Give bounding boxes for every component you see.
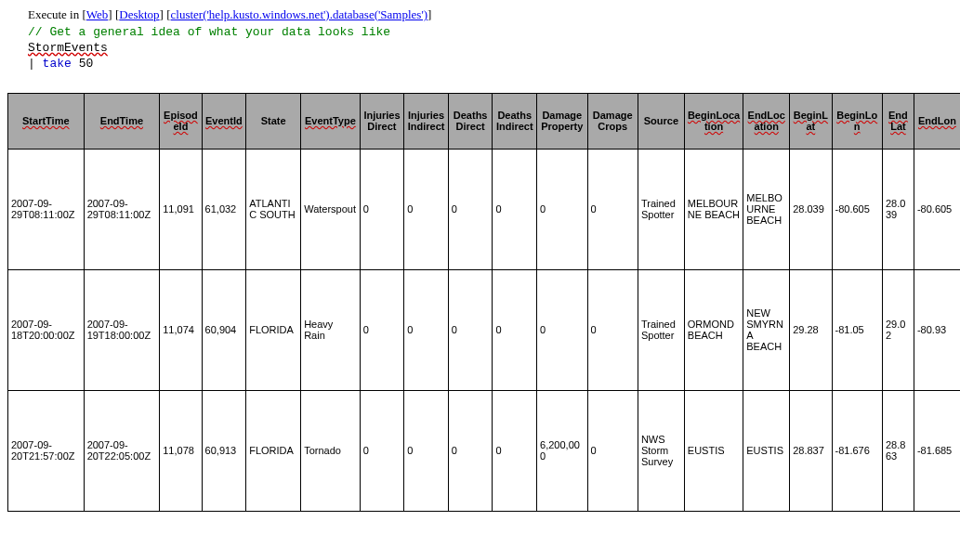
col-endtime[interactable]: EndTime	[84, 93, 160, 149]
cell-endlon[interactable]: -80.605	[914, 149, 960, 269]
cell-injuriesindirect[interactable]: 0	[404, 269, 449, 390]
col-source[interactable]: Source	[638, 93, 684, 149]
cell-damageproperty[interactable]: 0	[537, 149, 587, 269]
cell-endlocation[interactable]: MELBOURNE BEACH	[743, 149, 790, 269]
cell-beginlat[interactable]: 28.039	[790, 149, 832, 269]
results-table: StartTime EndTime EpisodeId EventId Stat…	[7, 93, 960, 512]
cell-deathsdirect[interactable]: 0	[448, 390, 493, 511]
cell-source[interactable]: NWS Storm Survey	[638, 390, 684, 511]
code-number: 50	[72, 57, 93, 71]
cell-deathsdirect[interactable]: 0	[448, 269, 493, 390]
results-table-wrapper: StartTime EndTime EpisodeId EventId Stat…	[7, 93, 960, 512]
cell-endlat[interactable]: 29.02	[882, 269, 914, 390]
cell-injuriesindirect[interactable]: 0	[404, 390, 449, 511]
col-beginlocation[interactable]: BeginLocation	[684, 93, 743, 149]
cell-eventid[interactable]: 60,913	[202, 390, 246, 511]
code-table-name: StormEvents	[28, 41, 108, 55]
code-comment: // Get a general idea of what your data …	[28, 25, 390, 39]
table-row[interactable]: 2007-09-20T21:57:00Z2007-09-20T22:05:00Z…	[8, 390, 961, 511]
execute-line: Execute in [Web] [Desktop] [cluster('hel…	[28, 7, 960, 22]
cell-source[interactable]: Trained Spotter	[638, 149, 684, 269]
code-editor[interactable]: // Get a general idea of what your data …	[28, 25, 960, 72]
execute-desktop-link[interactable]: Desktop	[119, 7, 159, 21]
cell-endlat[interactable]: 28.863	[882, 390, 914, 511]
cell-eventtype[interactable]: Waterspout	[301, 149, 360, 269]
cell-endlocation[interactable]: EUSTIS	[743, 390, 790, 511]
code-keyword-take: take	[43, 57, 72, 71]
cell-deathsindirect[interactable]: 0	[493, 149, 537, 269]
cell-endlat[interactable]: 28.039	[882, 149, 914, 269]
cell-starttime[interactable]: 2007-09-18T20:00:00Z	[8, 269, 85, 390]
cell-endlon[interactable]: -81.685	[914, 390, 960, 511]
cell-source[interactable]: Trained Spotter	[638, 269, 684, 390]
col-beginlon[interactable]: BeginLon	[832, 93, 882, 149]
table-row[interactable]: 2007-09-18T20:00:00Z2007-09-19T18:00:00Z…	[8, 269, 961, 390]
cell-beginlon[interactable]: -81.676	[832, 390, 882, 511]
col-beginlat[interactable]: BeginLat	[790, 93, 832, 149]
cell-beginlocation[interactable]: EUSTIS	[684, 390, 743, 511]
cell-deathsindirect[interactable]: 0	[493, 390, 537, 511]
col-eventid[interactable]: EventId	[202, 93, 246, 149]
col-starttime[interactable]: StartTime	[8, 93, 85, 149]
col-damage-crops[interactable]: Damage Crops	[587, 93, 638, 149]
col-endlat[interactable]: EndLat	[882, 93, 914, 149]
cell-injuriesdirect[interactable]: 0	[360, 269, 404, 390]
table-row[interactable]: 2007-09-29T08:11:00Z2007-09-29T08:11:00Z…	[8, 149, 961, 269]
cell-episodeid[interactable]: 11,091	[160, 149, 202, 269]
cell-eventid[interactable]: 60,904	[202, 269, 246, 390]
col-eventtype[interactable]: EventType	[301, 93, 360, 149]
table-header-row: StartTime EndTime EpisodeId EventId Stat…	[8, 93, 961, 149]
cell-endlon[interactable]: -80.93	[914, 269, 960, 390]
cell-damageproperty[interactable]: 6,200,000	[537, 390, 587, 511]
cell-starttime[interactable]: 2007-09-20T21:57:00Z	[8, 390, 85, 511]
cell-episodeid[interactable]: 11,074	[160, 269, 202, 390]
cell-state[interactable]: FLORIDA	[246, 269, 301, 390]
cell-deathsindirect[interactable]: 0	[493, 269, 537, 390]
cell-beginlat[interactable]: 29.28	[790, 269, 832, 390]
cell-episodeid[interactable]: 11,078	[160, 390, 202, 511]
cell-injuriesdirect[interactable]: 0	[360, 390, 404, 511]
cell-beginlocation[interactable]: ORMOND BEACH	[684, 269, 743, 390]
cell-injuriesindirect[interactable]: 0	[404, 149, 449, 269]
col-state[interactable]: State	[246, 93, 301, 149]
cell-damagecrops[interactable]: 0	[587, 390, 638, 511]
cell-starttime[interactable]: 2007-09-29T08:11:00Z	[8, 149, 85, 269]
col-episodeid[interactable]: EpisodeId	[160, 93, 202, 149]
cell-eventtype[interactable]: Tornado	[301, 390, 360, 511]
cell-damagecrops[interactable]: 0	[587, 149, 638, 269]
execute-cluster-link[interactable]: cluster('help.kusto.windows.net').databa…	[171, 7, 428, 21]
cell-beginlon[interactable]: -80.605	[832, 149, 882, 269]
col-injuries-indirect[interactable]: Injuries Indirect	[404, 93, 449, 149]
cell-eventtype[interactable]: Heavy Rain	[301, 269, 360, 390]
col-deaths-direct[interactable]: Deaths Direct	[448, 93, 493, 149]
cell-eventid[interactable]: 61,032	[202, 149, 246, 269]
col-endlon[interactable]: EndLon	[914, 93, 960, 149]
cell-state[interactable]: ATLANTIC SOUTH	[246, 149, 301, 269]
code-pipe: |	[28, 57, 43, 71]
cell-deathsdirect[interactable]: 0	[448, 149, 493, 269]
cell-damageproperty[interactable]: 0	[537, 269, 587, 390]
cell-injuriesdirect[interactable]: 0	[360, 149, 404, 269]
col-damage-property[interactable]: Damage Property	[537, 93, 587, 149]
cell-beginlocation[interactable]: MELBOURNE BEACH	[684, 149, 743, 269]
cell-state[interactable]: FLORIDA	[246, 390, 301, 511]
col-injuries-direct[interactable]: Injuries Direct	[360, 93, 404, 149]
cell-endlocation[interactable]: NEW SMYRNA BEACH	[743, 269, 790, 390]
cell-beginlon[interactable]: -81.05	[832, 269, 882, 390]
cell-endtime[interactable]: 2007-09-29T08:11:00Z	[84, 149, 160, 269]
cell-endtime[interactable]: 2007-09-20T22:05:00Z	[84, 390, 160, 511]
execute-web-link[interactable]: Web	[86, 7, 109, 21]
cell-damagecrops[interactable]: 0	[587, 269, 638, 390]
col-endlocation[interactable]: EndLocation	[743, 93, 790, 149]
execute-label: Execute in	[28, 7, 79, 21]
cell-beginlat[interactable]: 28.837	[790, 390, 832, 511]
cell-endtime[interactable]: 2007-09-19T18:00:00Z	[84, 269, 160, 390]
col-deaths-indirect[interactable]: Deaths Indirect	[493, 93, 537, 149]
